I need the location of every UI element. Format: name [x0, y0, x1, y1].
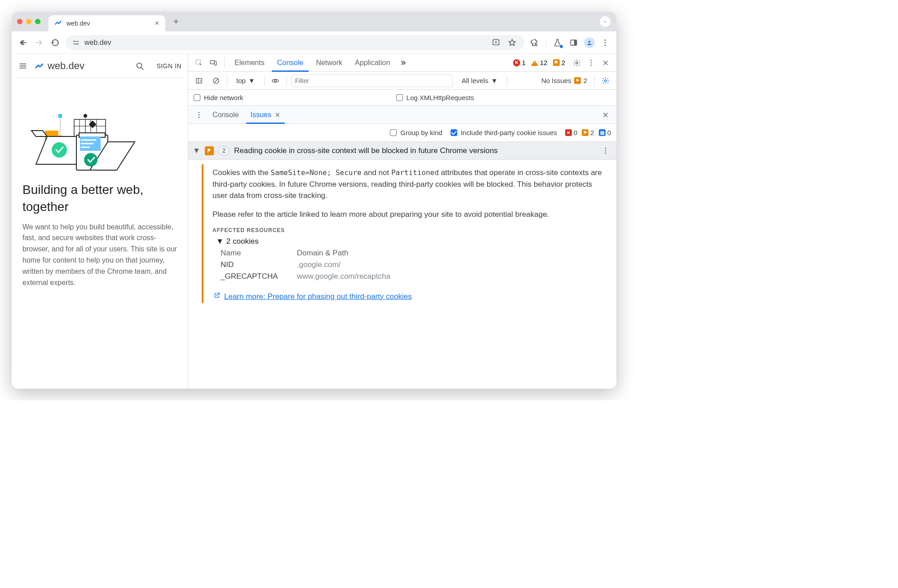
browser-tab[interactable]: web.dev ×	[49, 15, 165, 31]
browser-menu-button[interactable]	[599, 37, 611, 48]
page-errors-badge: ✕0	[565, 129, 577, 136]
drawer-menu-icon[interactable]	[193, 109, 205, 121]
svg-rect-25	[89, 121, 97, 128]
profile-avatar[interactable]	[584, 37, 595, 48]
search-icon[interactable]	[135, 61, 145, 71]
issue-expand-toggle[interactable]: ▼	[193, 146, 200, 155]
cookie-row[interactable]: _GRECAPTCHA www.google.com/recaptcha	[221, 272, 432, 281]
hide-network-checkbox[interactable]: Hide network	[194, 94, 243, 101]
forward-button[interactable]	[33, 37, 45, 48]
console-sidebar-toggle-icon[interactable]	[193, 75, 205, 87]
favicon-webdev-icon	[54, 19, 62, 28]
maximize-window-icon[interactable]	[35, 19, 40, 24]
console-filter-input[interactable]	[291, 75, 453, 87]
include-thirdparty-checkbox[interactable]: Include third-party cookie issues	[451, 129, 557, 136]
tab-network[interactable]: Network	[310, 54, 348, 72]
issue-menu-icon[interactable]	[599, 145, 612, 157]
brand-logo[interactable]: web.dev	[34, 60, 84, 72]
group-by-kind-checkbox[interactable]: Group by kind	[390, 129, 442, 136]
svg-point-50	[591, 62, 592, 63]
menu-icon[interactable]	[18, 61, 28, 71]
tab-close-icon[interactable]: ×	[155, 19, 159, 27]
issue-count[interactable]: ⚑2	[553, 59, 565, 66]
close-window-icon[interactable]	[17, 19, 22, 24]
tab-elements[interactable]: Elements	[229, 54, 270, 72]
tab-application[interactable]: Application	[349, 54, 395, 72]
minimize-window-icon[interactable]	[26, 19, 31, 24]
svg-point-59	[274, 79, 276, 82]
signin-button[interactable]: SIGN IN	[156, 62, 181, 70]
devtools-close-icon[interactable]	[599, 57, 612, 69]
devtools-settings-icon[interactable]	[571, 57, 583, 69]
svg-point-11	[588, 40, 590, 42]
page-description: We want to help you build beautiful, acc…	[12, 217, 188, 298]
svg-point-51	[591, 64, 592, 66]
svg-rect-21	[58, 114, 62, 118]
bookmark-icon[interactable]	[506, 37, 518, 48]
warning-count[interactable]: 12	[531, 59, 548, 66]
svg-point-0	[60, 21, 62, 22]
svg-point-60	[605, 79, 607, 82]
tabs-dropdown-button[interactable]	[599, 16, 611, 27]
warning-flag-icon	[205, 146, 214, 155]
cookies-toggle[interactable]: ▼2 cookies	[216, 237, 605, 246]
hero-illustration	[12, 78, 188, 179]
more-tabs-icon[interactable]	[397, 57, 410, 69]
extensions-icon[interactable]	[529, 37, 540, 48]
inspect-element-icon[interactable]	[193, 57, 205, 69]
live-expression-icon[interactable]	[269, 75, 282, 87]
svg-point-62	[199, 114, 200, 115]
url-text: web.dev	[84, 39, 111, 47]
tab-console[interactable]: Console	[272, 54, 309, 72]
affected-resources-label: AFFECTED RESOURCES	[212, 227, 605, 233]
brand-text: web.dev	[48, 60, 84, 72]
install-app-icon[interactable]	[490, 37, 502, 48]
page-title: Building a better web, together	[12, 179, 188, 217]
drawer-tab-console[interactable]: Console	[208, 106, 243, 124]
svg-rect-46	[210, 60, 214, 64]
clear-console-icon[interactable]	[210, 75, 222, 87]
issue-description-2: Please refer to the article linked to le…	[212, 209, 605, 220]
svg-rect-47	[214, 61, 217, 65]
address-bar[interactable]: web.dev	[66, 35, 524, 50]
reload-button[interactable]	[49, 37, 61, 48]
cookie-table-header: Name Domain & Path	[221, 249, 432, 258]
window-controls[interactable]	[17, 19, 40, 24]
svg-point-63	[199, 116, 200, 118]
devtools-menu-icon[interactable]	[585, 57, 597, 69]
site-settings-icon[interactable]	[72, 39, 80, 47]
tab-title: web.dev	[66, 20, 150, 27]
drawer-close-icon[interactable]	[599, 109, 612, 121]
side-panel-icon[interactable]	[568, 37, 579, 48]
issue-description-1: Cookies with the SameSite=None; Secure a…	[212, 167, 605, 202]
log-levels-selector[interactable]: All levels▼	[457, 76, 502, 85]
external-link-icon	[213, 292, 221, 301]
svg-point-48	[576, 61, 578, 64]
new-tab-button[interactable]: +	[170, 17, 182, 27]
svg-point-14	[605, 44, 606, 46]
svg-point-36	[52, 142, 67, 158]
svg-point-13	[605, 42, 606, 43]
learn-more-link[interactable]: Learn more: Prepare for phasing out thir…	[224, 292, 412, 301]
back-button[interactable]	[17, 37, 29, 48]
svg-point-24	[84, 114, 87, 118]
svg-point-69	[605, 152, 606, 154]
drawer-tab-close-icon[interactable]: ✕	[275, 111, 280, 118]
cookie-row[interactable]: NID .google.com/	[221, 260, 432, 269]
svg-point-18	[42, 63, 44, 65]
experiments-icon[interactable]	[552, 37, 563, 48]
log-xhr-checkbox[interactable]: Log XMLHttpRequests	[396, 94, 474, 101]
console-settings-icon[interactable]	[599, 75, 612, 87]
no-issues-indicator[interactable]: No Issues ⚑ 2	[541, 77, 587, 84]
svg-rect-66	[208, 149, 208, 153]
svg-point-12	[605, 39, 606, 40]
execution-context-selector[interactable]: top▼	[232, 76, 260, 85]
svg-line-58	[214, 79, 218, 83]
svg-point-61	[199, 112, 200, 113]
device-toolbar-icon[interactable]	[207, 57, 220, 69]
svg-point-5	[77, 43, 78, 44]
svg-point-19	[137, 63, 142, 68]
issue-title: Reading cookie in cross-site context wil…	[234, 146, 498, 155]
drawer-tab-issues[interactable]: Issues ✕	[246, 106, 285, 124]
error-count[interactable]: ✕1	[513, 59, 526, 66]
